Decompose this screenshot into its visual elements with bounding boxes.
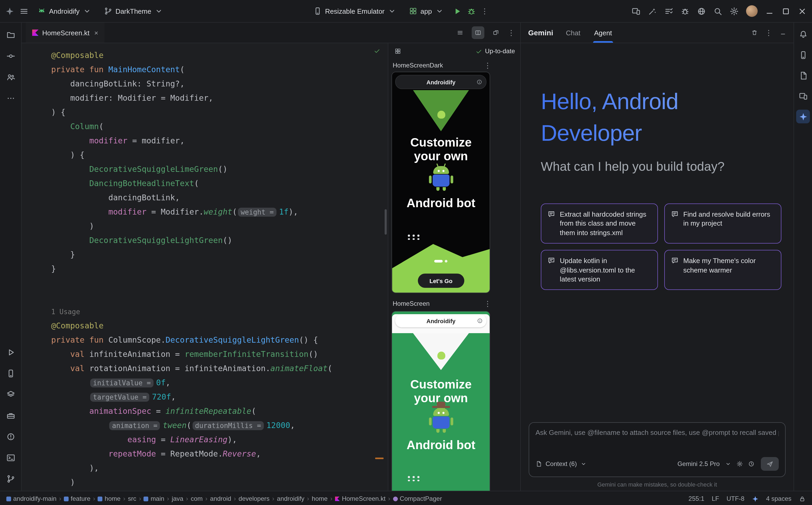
module-icon <box>144 496 148 501</box>
version-control-toolwindow-button[interactable] <box>3 471 18 486</box>
preview-homescreen[interactable]: Androidify Customize your own <box>392 311 490 491</box>
suggestion-card[interactable]: Update kotlin in @libs.version.toml to t… <box>541 250 658 290</box>
code-editor[interactable]: @Composableprivate fun MainHomeContent( … <box>22 43 388 490</box>
breadcrumb-item[interactable]: java <box>172 495 183 502</box>
page-indicator <box>392 260 490 263</box>
gemini-header: Gemini Chat Agent ⋮ <box>521 23 794 43</box>
code-line: animationSpec = infiniteRepeatable( <box>51 404 388 418</box>
split-view-button[interactable] <box>472 26 484 39</box>
drag-dots <box>408 234 421 240</box>
devices-toolwindow-button[interactable] <box>3 366 18 381</box>
module-icon <box>98 496 103 501</box>
dependencies-toolwindow-button[interactable] <box>3 387 18 402</box>
breadcrumb-item[interactable]: developers <box>238 495 269 502</box>
prompt-history-icon[interactable] <box>748 461 755 467</box>
breadcrumb-item[interactable]: androidify-main <box>6 495 56 502</box>
breadcrumb-item[interactable]: home <box>312 495 328 502</box>
ai-assist-icon[interactable] <box>648 7 657 16</box>
editor-options-icon[interactable]: ⋮ <box>507 29 515 36</box>
user-avatar[interactable] <box>746 5 758 17</box>
file-encoding[interactable]: UTF-8 <box>726 495 744 502</box>
gemini-options-icon[interactable]: ⋮ <box>765 29 773 36</box>
breadcrumb-item[interactable]: android <box>210 495 231 502</box>
window-minimize-button[interactable] <box>765 7 774 16</box>
search-everywhere-icon[interactable] <box>713 7 722 16</box>
gemini-prompt-input[interactable]: Ask Gemini, use @filename to attach sour… <box>529 422 786 477</box>
more-toolwindows-button[interactable] <box>3 91 18 106</box>
model-dropdown[interactable]: Gemini 2.5 Pro <box>678 460 720 468</box>
commit-toolwindow-button[interactable] <box>3 48 18 63</box>
run-toolwindow-button[interactable] <box>3 345 18 359</box>
editor-scrollbar[interactable] <box>385 209 387 234</box>
network-icon[interactable] <box>697 7 706 16</box>
check-icon <box>476 48 482 54</box>
run-configuration-selector[interactable]: app <box>405 5 447 17</box>
suggestion-card[interactable]: Make my Theme's color scheme warmer <box>664 250 781 290</box>
project-toolwindow-button[interactable] <box>3 27 18 42</box>
breadcrumb-item[interactable]: feature <box>64 495 91 502</box>
tab-agent[interactable]: Agent <box>593 23 613 43</box>
code-view-button[interactable] <box>454 26 466 39</box>
tab-chat[interactable]: Chat <box>565 23 581 43</box>
lets-go-button[interactable]: Let's Go <box>418 274 464 288</box>
caret-position[interactable]: 255:1 <box>689 495 704 502</box>
ai-status-icon[interactable] <box>752 495 759 502</box>
design-view-button[interactable] <box>490 26 502 39</box>
pull-requests-toolwindow-button[interactable] <box>3 69 18 85</box>
gemini-greeting: Hello, Android Developer <box>541 86 781 149</box>
breadcrumb-item[interactable]: HomeScreen.kt <box>335 495 385 502</box>
settings-icon[interactable] <box>730 7 739 16</box>
read-only-icon[interactable] <box>799 495 806 502</box>
breadcrumb-item[interactable]: home <box>98 495 121 502</box>
decorative-triangle <box>413 90 469 131</box>
running-devices-button[interactable] <box>796 48 810 62</box>
layout-inspector-button[interactable] <box>796 89 810 103</box>
preview-options-icon[interactable]: ⋮ <box>484 300 491 307</box>
android-studio-logo-icon <box>5 7 14 16</box>
breadcrumb-item[interactable]: main <box>144 495 164 502</box>
problems-toolwindow-button[interactable] <box>3 429 18 444</box>
editor-tab-homescreen[interactable]: HomeScreen.kt × <box>26 23 105 43</box>
code-line: repeatMode = RepeatMode.Reverse, <box>51 447 388 461</box>
window-maximize-button[interactable] <box>781 7 790 16</box>
preview-homescreendark[interactable]: Androidify Customize your own <box>392 72 490 293</box>
hide-panel-icon[interactable] <box>780 29 786 36</box>
tab-close-icon[interactable]: × <box>94 29 98 37</box>
terminal-toolwindow-button[interactable] <box>3 450 18 465</box>
gemini-title: Gemini <box>528 28 553 37</box>
project-selector[interactable]: Androidify <box>34 5 95 17</box>
suggestion-card[interactable]: Find and resolve build errors in my proj… <box>664 203 781 243</box>
suggestion-card[interactable]: Extract all hardcoded strings from this … <box>541 203 658 243</box>
run-button[interactable] <box>452 7 461 16</box>
device-mirror-icon[interactable] <box>631 7 641 16</box>
prompt-settings-icon[interactable] <box>736 461 743 467</box>
clear-chat-icon[interactable] <box>751 29 758 36</box>
device-selector[interactable]: Resizable Emulator <box>310 5 400 17</box>
breadcrumb-item[interactable]: src <box>128 495 136 502</box>
breadcrumb-item[interactable]: com <box>191 495 203 502</box>
gemini-toolwindow-button[interactable] <box>796 110 810 123</box>
bug-report-icon[interactable] <box>681 7 690 16</box>
notifications-button[interactable] <box>796 27 810 41</box>
context-dropdown[interactable]: Context (6) <box>546 460 577 468</box>
app-insights-button[interactable] <box>796 68 810 82</box>
build-toolwindow-button[interactable] <box>3 408 18 423</box>
send-button[interactable] <box>761 457 779 471</box>
prompt-input-controls: Context (6) Gemini 2.5 Pro <box>536 457 779 471</box>
prompt-icon <box>671 210 679 218</box>
preview-label-row: HomeScreen ⋮ <box>392 297 492 310</box>
main-menu-icon[interactable] <box>19 7 28 16</box>
vcs-branch-selector[interactable]: DarkTheme <box>100 5 167 17</box>
preview-options-icon[interactable]: ⋮ <box>484 62 491 69</box>
preview-layout-icon[interactable] <box>395 48 401 54</box>
task-list-icon[interactable] <box>664 7 673 16</box>
breadcrumb-item[interactable]: CompactPager <box>393 495 442 502</box>
window-close-button[interactable] <box>798 7 807 16</box>
debug-button[interactable] <box>467 7 476 16</box>
breadcrumb-item[interactable]: androidify <box>277 495 305 502</box>
code-pane[interactable]: @Composableprivate fun MainHomeContent( … <box>22 43 388 491</box>
more-actions-icon[interactable]: ⋮ <box>481 7 488 15</box>
indent-style[interactable]: 4 spaces <box>766 495 791 502</box>
line-separator[interactable]: LF <box>712 495 719 502</box>
inspections-status-icon[interactable] <box>374 47 381 54</box>
